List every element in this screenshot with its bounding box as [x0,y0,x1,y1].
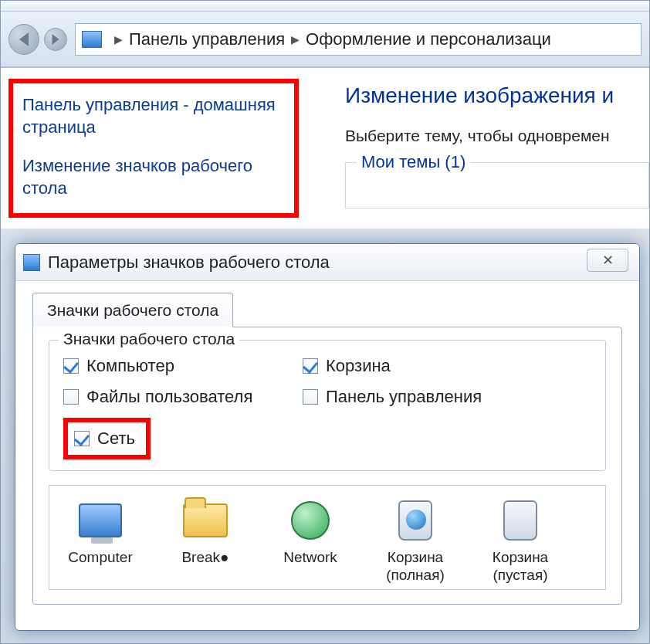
checkbox-computer[interactable]: Компьютер [63,356,295,376]
network-icon [283,497,338,544]
checkbox-label: Корзина [326,356,391,376]
checkbox-icon [74,431,90,446]
sidebar-highlight: Панель управления - домашняя страница Из… [8,79,299,218]
window: ▶ Панель управления ▶ Оформление и персо… [0,0,650,644]
desktop-icons-dialog: Параметры значков рабочего стола ✕ Значк… [15,243,640,631]
icon-preview-strip: Computer Break● Network Корзина (полная) [49,485,606,590]
recycle-empty-icon [493,497,548,544]
page-subtitle: Выберите тему, чтобы одновремен [345,127,649,145]
tab-label: Значки рабочего стола [47,301,218,320]
groupbox-legend: Значки рабочего стола [59,330,239,348]
checkbox-user-files[interactable]: Файлы пользователя [63,387,295,407]
icon-label: Корзина (пустая) [477,549,564,585]
tab-panel: Значки рабочего стола Компьютер Корзина [32,327,622,605]
dialog-title: Параметры значков рабочего стола [48,253,330,273]
icon-label: Break● [181,549,229,567]
themes-groupbox: Мои темы (1) [345,162,649,208]
chevron-right-icon: ▶ [114,33,123,46]
themes-legend: Мои темы (1) [357,152,470,172]
arrow-left-icon [19,32,29,46]
icon-preview-user[interactable]: Break● [162,497,249,585]
checkbox-icon [303,389,318,405]
main-area: Панель управления - домашняя страница Из… [1,67,649,229]
chevron-right-icon: ▶ [291,33,300,46]
nav-forward-button[interactable] [44,28,67,51]
checkbox-label: Файлы пользователя [86,387,252,407]
sidebar-link-home[interactable]: Панель управления - домашняя страница [22,94,285,138]
sidebar-link-change-icons[interactable]: Изменение значков рабочего стола [22,155,285,199]
icon-preview-recycle-empty[interactable]: Корзина (пустая) [477,497,564,585]
address-bar[interactable]: ▶ Панель управления ▶ Оформление и персо… [75,23,642,56]
breadcrumb-item[interactable]: Оформление и персонализаци [306,29,551,49]
nav-row: ▶ Панель управления ▶ Оформление и персо… [1,12,649,67]
tabstrip: Значки рабочего стола [32,292,622,327]
checkbox-control-panel[interactable]: Панель управления [303,387,591,407]
icon-preview-computer[interactable]: Computer [57,497,144,585]
icon-preview-network[interactable]: Network [267,497,354,585]
icon-label: Корзина (полная) [372,549,459,585]
checkbox-network-highlight: Сеть [63,418,151,459]
checkbox-icon [303,358,318,374]
checkbox-icon [63,389,79,405]
checkbox-label: Сеть [97,429,135,449]
page-title: Изменение изображения и [345,83,649,108]
dialog-body: Значки рабочего стола Значки рабочего ст… [15,281,639,605]
window-titlebar [1,1,649,12]
close-icon: ✕ [602,252,614,269]
desktop-icons-groupbox: Значки рабочего стола Компьютер Корзина [49,340,606,471]
breadcrumb-item[interactable]: Панель управления [129,29,285,49]
nav-back-button[interactable] [8,24,39,55]
icon-label: Network [283,549,337,567]
dialog-titlebar[interactable]: Параметры значков рабочего стола ✕ [15,244,639,281]
checkbox-label: Панель управления [326,387,482,407]
arrow-right-icon [52,34,59,45]
computer-icon [73,497,128,544]
recycle-full-icon [388,497,443,544]
control-panel-icon [82,31,102,48]
user-folder-icon [178,497,233,544]
checkbox-grid: Компьютер Корзина Файлы пользователя [63,356,591,407]
content: Изменение изображения и Выберите тему, ч… [306,68,649,229]
sidebar: Панель управления - домашняя страница Из… [1,68,306,229]
close-button[interactable]: ✕ [587,249,628,272]
checkbox-network[interactable]: Сеть [74,429,135,449]
icon-label: Computer [68,549,132,567]
checkbox-label: Компьютер [86,356,174,376]
icon-preview-recycle-full[interactable]: Корзина (полная) [372,497,459,585]
dialog-title-icon [23,254,40,271]
tab-desktop-icons[interactable]: Значки рабочего стола [32,293,233,327]
checkbox-recycle-bin[interactable]: Корзина [303,356,591,376]
checkbox-icon [63,358,79,374]
